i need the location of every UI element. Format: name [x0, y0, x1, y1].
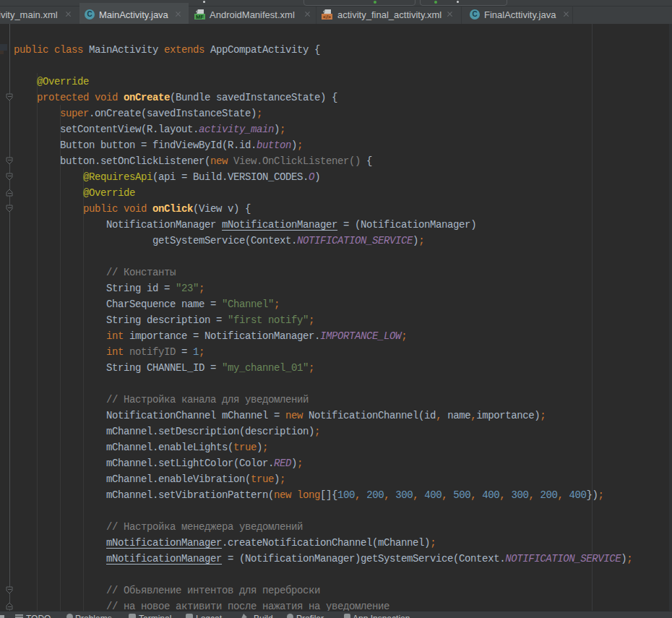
svg-text:MF: MF	[196, 14, 204, 20]
svg-text:</>: </>	[323, 14, 331, 20]
